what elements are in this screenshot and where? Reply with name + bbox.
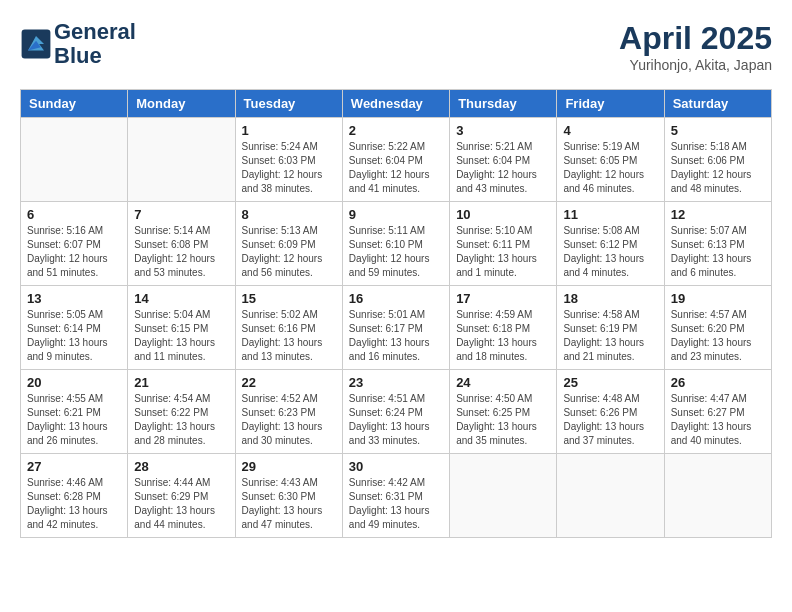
day-info: Sunrise: 5:13 AM Sunset: 6:09 PM Dayligh… — [242, 224, 336, 280]
weekday-header: Thursday — [450, 90, 557, 118]
calendar-cell: 28Sunrise: 4:44 AM Sunset: 6:29 PM Dayli… — [128, 454, 235, 538]
calendar-table: SundayMondayTuesdayWednesdayThursdayFrid… — [20, 89, 772, 538]
calendar-cell: 8Sunrise: 5:13 AM Sunset: 6:09 PM Daylig… — [235, 202, 342, 286]
calendar-week-row: 20Sunrise: 4:55 AM Sunset: 6:21 PM Dayli… — [21, 370, 772, 454]
calendar-cell: 22Sunrise: 4:52 AM Sunset: 6:23 PM Dayli… — [235, 370, 342, 454]
calendar-cell: 14Sunrise: 5:04 AM Sunset: 6:15 PM Dayli… — [128, 286, 235, 370]
weekday-header: Wednesday — [342, 90, 449, 118]
day-info: Sunrise: 5:22 AM Sunset: 6:04 PM Dayligh… — [349, 140, 443, 196]
day-number: 8 — [242, 207, 336, 222]
day-info: Sunrise: 4:47 AM Sunset: 6:27 PM Dayligh… — [671, 392, 765, 448]
calendar-cell: 23Sunrise: 4:51 AM Sunset: 6:24 PM Dayli… — [342, 370, 449, 454]
calendar-cell: 6Sunrise: 5:16 AM Sunset: 6:07 PM Daylig… — [21, 202, 128, 286]
day-info: Sunrise: 5:16 AM Sunset: 6:07 PM Dayligh… — [27, 224, 121, 280]
day-info: Sunrise: 4:48 AM Sunset: 6:26 PM Dayligh… — [563, 392, 657, 448]
day-info: Sunrise: 5:11 AM Sunset: 6:10 PM Dayligh… — [349, 224, 443, 280]
day-number: 3 — [456, 123, 550, 138]
day-info: Sunrise: 4:58 AM Sunset: 6:19 PM Dayligh… — [563, 308, 657, 364]
title-block: April 2025 Yurihonjo, Akita, Japan — [619, 20, 772, 73]
day-number: 20 — [27, 375, 121, 390]
calendar-cell: 30Sunrise: 4:42 AM Sunset: 6:31 PM Dayli… — [342, 454, 449, 538]
day-number: 21 — [134, 375, 228, 390]
day-info: Sunrise: 5:18 AM Sunset: 6:06 PM Dayligh… — [671, 140, 765, 196]
calendar-cell: 26Sunrise: 4:47 AM Sunset: 6:27 PM Dayli… — [664, 370, 771, 454]
calendar-cell: 17Sunrise: 4:59 AM Sunset: 6:18 PM Dayli… — [450, 286, 557, 370]
day-info: Sunrise: 4:42 AM Sunset: 6:31 PM Dayligh… — [349, 476, 443, 532]
day-number: 13 — [27, 291, 121, 306]
day-number: 29 — [242, 459, 336, 474]
logo-text: General Blue — [54, 20, 136, 68]
calendar-cell: 13Sunrise: 5:05 AM Sunset: 6:14 PM Dayli… — [21, 286, 128, 370]
day-info: Sunrise: 5:19 AM Sunset: 6:05 PM Dayligh… — [563, 140, 657, 196]
day-info: Sunrise: 4:46 AM Sunset: 6:28 PM Dayligh… — [27, 476, 121, 532]
calendar-cell: 4Sunrise: 5:19 AM Sunset: 6:05 PM Daylig… — [557, 118, 664, 202]
calendar-cell: 19Sunrise: 4:57 AM Sunset: 6:20 PM Dayli… — [664, 286, 771, 370]
day-info: Sunrise: 5:05 AM Sunset: 6:14 PM Dayligh… — [27, 308, 121, 364]
calendar-cell — [557, 454, 664, 538]
logo: General Blue — [20, 20, 136, 68]
day-number: 12 — [671, 207, 765, 222]
day-number: 28 — [134, 459, 228, 474]
day-number: 11 — [563, 207, 657, 222]
day-info: Sunrise: 5:07 AM Sunset: 6:13 PM Dayligh… — [671, 224, 765, 280]
day-number: 5 — [671, 123, 765, 138]
day-info: Sunrise: 4:55 AM Sunset: 6:21 PM Dayligh… — [27, 392, 121, 448]
day-info: Sunrise: 5:10 AM Sunset: 6:11 PM Dayligh… — [456, 224, 550, 280]
day-number: 26 — [671, 375, 765, 390]
calendar-cell: 16Sunrise: 5:01 AM Sunset: 6:17 PM Dayli… — [342, 286, 449, 370]
day-info: Sunrise: 4:44 AM Sunset: 6:29 PM Dayligh… — [134, 476, 228, 532]
calendar-cell: 25Sunrise: 4:48 AM Sunset: 6:26 PM Dayli… — [557, 370, 664, 454]
day-number: 16 — [349, 291, 443, 306]
weekday-header: Friday — [557, 90, 664, 118]
day-info: Sunrise: 5:21 AM Sunset: 6:04 PM Dayligh… — [456, 140, 550, 196]
day-info: Sunrise: 4:51 AM Sunset: 6:24 PM Dayligh… — [349, 392, 443, 448]
weekday-header: Tuesday — [235, 90, 342, 118]
day-info: Sunrise: 4:57 AM Sunset: 6:20 PM Dayligh… — [671, 308, 765, 364]
day-number: 4 — [563, 123, 657, 138]
calendar-cell: 3Sunrise: 5:21 AM Sunset: 6:04 PM Daylig… — [450, 118, 557, 202]
day-number: 1 — [242, 123, 336, 138]
day-info: Sunrise: 5:02 AM Sunset: 6:16 PM Dayligh… — [242, 308, 336, 364]
calendar-cell — [664, 454, 771, 538]
calendar-cell: 1Sunrise: 5:24 AM Sunset: 6:03 PM Daylig… — [235, 118, 342, 202]
day-number: 27 — [27, 459, 121, 474]
day-info: Sunrise: 5:04 AM Sunset: 6:15 PM Dayligh… — [134, 308, 228, 364]
calendar-week-row: 13Sunrise: 5:05 AM Sunset: 6:14 PM Dayli… — [21, 286, 772, 370]
calendar-week-row: 6Sunrise: 5:16 AM Sunset: 6:07 PM Daylig… — [21, 202, 772, 286]
location: Yurihonjo, Akita, Japan — [619, 57, 772, 73]
day-number: 23 — [349, 375, 443, 390]
day-info: Sunrise: 5:08 AM Sunset: 6:12 PM Dayligh… — [563, 224, 657, 280]
day-info: Sunrise: 5:24 AM Sunset: 6:03 PM Dayligh… — [242, 140, 336, 196]
day-info: Sunrise: 4:50 AM Sunset: 6:25 PM Dayligh… — [456, 392, 550, 448]
calendar-cell: 29Sunrise: 4:43 AM Sunset: 6:30 PM Dayli… — [235, 454, 342, 538]
weekday-header: Saturday — [664, 90, 771, 118]
weekday-header: Monday — [128, 90, 235, 118]
page-header: General Blue April 2025 Yurihonjo, Akita… — [20, 20, 772, 73]
weekday-header: Sunday — [21, 90, 128, 118]
day-number: 9 — [349, 207, 443, 222]
calendar-cell: 27Sunrise: 4:46 AM Sunset: 6:28 PM Dayli… — [21, 454, 128, 538]
calendar-cell: 18Sunrise: 4:58 AM Sunset: 6:19 PM Dayli… — [557, 286, 664, 370]
day-number: 2 — [349, 123, 443, 138]
calendar-cell: 5Sunrise: 5:18 AM Sunset: 6:06 PM Daylig… — [664, 118, 771, 202]
day-number: 10 — [456, 207, 550, 222]
day-number: 14 — [134, 291, 228, 306]
day-number: 19 — [671, 291, 765, 306]
calendar-week-row: 1Sunrise: 5:24 AM Sunset: 6:03 PM Daylig… — [21, 118, 772, 202]
calendar-cell: 11Sunrise: 5:08 AM Sunset: 6:12 PM Dayli… — [557, 202, 664, 286]
day-number: 18 — [563, 291, 657, 306]
day-info: Sunrise: 4:52 AM Sunset: 6:23 PM Dayligh… — [242, 392, 336, 448]
day-number: 24 — [456, 375, 550, 390]
day-number: 17 — [456, 291, 550, 306]
day-number: 6 — [27, 207, 121, 222]
calendar-cell: 2Sunrise: 5:22 AM Sunset: 6:04 PM Daylig… — [342, 118, 449, 202]
calendar-cell: 15Sunrise: 5:02 AM Sunset: 6:16 PM Dayli… — [235, 286, 342, 370]
day-number: 25 — [563, 375, 657, 390]
day-number: 30 — [349, 459, 443, 474]
day-info: Sunrise: 4:59 AM Sunset: 6:18 PM Dayligh… — [456, 308, 550, 364]
calendar-cell — [128, 118, 235, 202]
calendar-cell: 21Sunrise: 4:54 AM Sunset: 6:22 PM Dayli… — [128, 370, 235, 454]
day-number: 22 — [242, 375, 336, 390]
calendar-cell — [21, 118, 128, 202]
month-year: April 2025 — [619, 20, 772, 57]
